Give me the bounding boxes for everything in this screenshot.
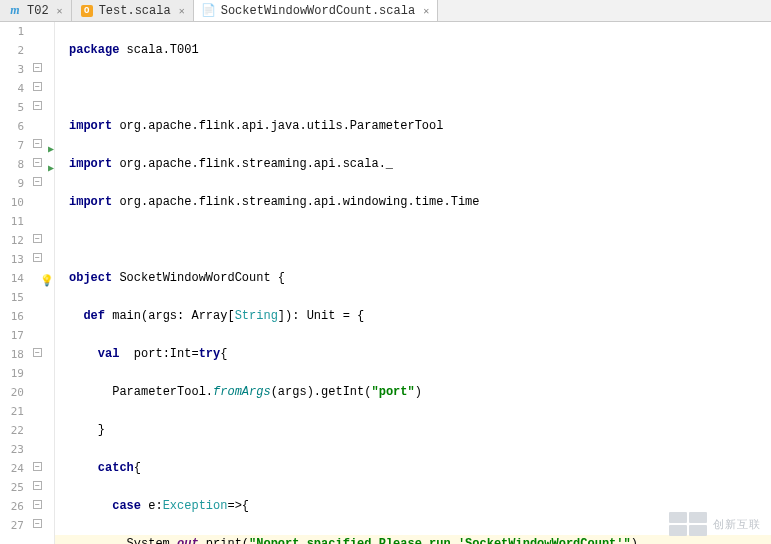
line-number: 11 xyxy=(0,212,54,231)
close-icon[interactable]: ✕ xyxy=(57,5,63,17)
line-number: 21 xyxy=(0,402,54,421)
tab-test-scala[interactable]: O Test.scala ✕ xyxy=(72,0,194,21)
tab-bar: m T02 ✕ O Test.scala ✕ 📄 SocketWindowWor… xyxy=(0,0,771,22)
line-number: 5− xyxy=(0,98,54,117)
tab-label: SocketWindowWordCount.scala xyxy=(221,4,415,18)
line-gutter: 123−4−5−67−▶8−▶9−101112−13−14💡15161718−1… xyxy=(0,22,55,544)
line-number: 4− xyxy=(0,79,54,98)
fold-icon[interactable]: − xyxy=(33,234,42,243)
code-area[interactable]: package scala.T001 import org.apache.fli… xyxy=(55,22,771,544)
line-number: 10 xyxy=(0,193,54,212)
logo-icon xyxy=(669,512,707,536)
line-number: 6 xyxy=(0,117,54,136)
line-number: 26− xyxy=(0,497,54,516)
fold-icon[interactable]: − xyxy=(33,139,42,148)
scala-object-icon: O xyxy=(80,4,94,18)
close-icon[interactable]: ✕ xyxy=(423,5,429,17)
line-number: 1 xyxy=(0,22,54,41)
tab-t02[interactable]: m T02 ✕ xyxy=(0,0,72,21)
fold-icon[interactable]: − xyxy=(33,462,42,471)
line-number: 18− xyxy=(0,345,54,364)
line-number: 7−▶ xyxy=(0,136,54,155)
line-number: 20 xyxy=(0,383,54,402)
line-number: 24− xyxy=(0,459,54,478)
fold-icon[interactable]: − xyxy=(33,63,42,72)
scala-file-icon: 📄 xyxy=(202,4,216,18)
line-number: 14💡 xyxy=(0,269,54,288)
fold-icon[interactable]: − xyxy=(33,253,42,262)
line-number: 22 xyxy=(0,421,54,440)
watermark-logo: 创新互联 xyxy=(669,512,761,536)
line-number: 3− xyxy=(0,60,54,79)
fold-icon[interactable]: − xyxy=(33,177,42,186)
line-number: 9− xyxy=(0,174,54,193)
keyword: package xyxy=(69,43,119,57)
line-number: 17 xyxy=(0,326,54,345)
tab-label: Test.scala xyxy=(99,4,171,18)
fold-icon[interactable]: − xyxy=(33,481,42,490)
tab-label: T02 xyxy=(27,4,49,18)
editor: 123−4−5−67−▶8−▶9−101112−13−14💡15161718−1… xyxy=(0,22,771,544)
line-number: 8−▶ xyxy=(0,155,54,174)
line-number: 2 xyxy=(0,41,54,60)
fold-icon[interactable]: − xyxy=(33,519,42,528)
fold-icon[interactable]: − xyxy=(33,82,42,91)
watermark-text: 创新互联 xyxy=(713,517,761,532)
line-number: 23 xyxy=(0,440,54,459)
line-number: 13− xyxy=(0,250,54,269)
fold-icon[interactable]: − xyxy=(33,101,42,110)
tab-socketwindowwordcount[interactable]: 📄 SocketWindowWordCount.scala ✕ xyxy=(194,0,438,21)
close-icon[interactable]: ✕ xyxy=(179,5,185,17)
fold-icon[interactable]: − xyxy=(33,158,42,167)
line-number: 27− xyxy=(0,516,54,535)
line-number: 25− xyxy=(0,478,54,497)
fold-icon[interactable]: − xyxy=(33,500,42,509)
scala-module-icon: m xyxy=(8,4,22,18)
line-number: 19 xyxy=(0,364,54,383)
line-number: 15 xyxy=(0,288,54,307)
line-number: 12− xyxy=(0,231,54,250)
fold-icon[interactable]: − xyxy=(33,348,42,357)
line-number: 16 xyxy=(0,307,54,326)
